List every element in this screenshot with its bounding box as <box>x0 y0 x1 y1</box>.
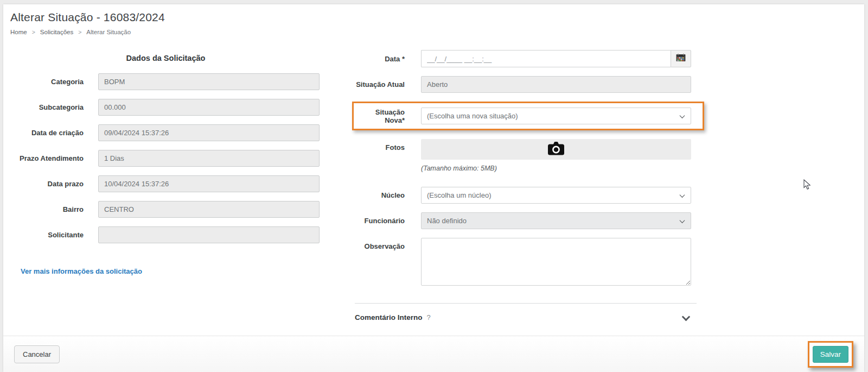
situacao-atual-label: Situação Atual <box>355 80 405 89</box>
fotos-control: (Tamanho máximo: 5MB) <box>421 139 691 172</box>
status-change-panel: Data * <box>355 50 704 322</box>
breadcrumb-solicitacoes[interactable]: Solicitações <box>40 29 73 35</box>
page-title: Alterar Situação - 16083/2024 <box>10 11 864 24</box>
situacao-nova-selected-text: (Escolha uma nova situação) <box>427 112 518 120</box>
save-highlight-box: Salvar <box>808 341 853 368</box>
breadcrumb-home[interactable]: Home <box>10 29 27 35</box>
bairro-label: Bairro <box>12 205 84 213</box>
breadcrumb: Home > Solicitações > Alterar Situação <box>10 29 864 35</box>
data-label: Data * <box>355 55 405 63</box>
photo-size-hint: (Tamanho máximo: 5MB) <box>421 165 691 172</box>
form-footer: Cancelar Salvar <box>3 336 864 372</box>
field-row-prazo-atendimento: Prazo Atendimento 1 Dias <box>12 150 320 167</box>
situacao-nova-select[interactable]: (Escolha uma nova situação) <box>421 108 691 124</box>
field-row-subcategoria: Subcategoria 00.000 <box>12 99 320 116</box>
solicitante-value <box>98 226 320 243</box>
data-criacao-value: 09/04/2024 15:37:26 <box>98 124 320 141</box>
main-card: Alterar Situação - 16083/2024 Home > Sol… <box>3 4 864 372</box>
fotos-label: Fotos <box>355 143 405 152</box>
field-row-funcionario: Funcionário Não definido <box>355 212 704 229</box>
situacao-nova-highlight-box: Situação Nova* (Escolha uma nova situaçã… <box>352 102 704 130</box>
date-input[interactable] <box>421 50 671 67</box>
field-row-situacao-nova: Situação Nova* (Escolha uma nova situaçã… <box>355 108 703 124</box>
bairro-value: CENTRO <box>98 201 320 218</box>
data-prazo-value: 10/04/2024 15:37:26 <box>98 175 320 192</box>
calendar-button[interactable] <box>671 50 691 67</box>
situacao-atual-value: Aberto <box>421 76 691 93</box>
observacao-textarea[interactable] <box>421 238 691 286</box>
categoria-value: BOPM <box>98 73 320 90</box>
panel-heading: Dados da Solicitação <box>12 54 320 62</box>
form-content: Dados da Solicitação Categoria BOPM Subc… <box>3 54 864 322</box>
chevron-down-icon <box>680 113 685 118</box>
field-row-nucleo: Núcleo (Escolha um núcleo) <box>355 187 704 204</box>
camera-icon <box>548 142 564 157</box>
situacao-atual-text: Aberto <box>427 80 448 89</box>
more-info-link[interactable]: Ver mais informações da solicitação <box>21 267 142 275</box>
page-header: Alterar Situação - 16083/2024 Home > Sol… <box>3 4 864 35</box>
internal-comment-toggle[interactable]: Comentário Interno ? <box>355 303 697 322</box>
prazo-atendimento-value: 1 Dias <box>98 150 320 167</box>
subcategoria-label: Subcategoria <box>12 103 84 111</box>
data-criacao-label: Data de criação <box>12 129 84 137</box>
funcionario-select: Não definido <box>421 212 691 229</box>
help-icon: ? <box>427 313 431 321</box>
expand-chevron <box>683 312 689 322</box>
date-combo <box>421 50 691 67</box>
data-prazo-label: Data prazo <box>12 180 84 188</box>
cancel-button[interactable]: Cancelar <box>14 345 60 363</box>
chevron-down-icon <box>680 192 685 198</box>
field-row-solicitante: Solicitante <box>12 226 320 243</box>
prazo-atendimento-label: Prazo Atendimento <box>12 154 84 162</box>
field-row-data-criacao: Data de criação 09/04/2024 15:37:26 <box>12 124 320 141</box>
situacao-nova-label: Situação Nova* <box>355 108 405 124</box>
subcategoria-value: 00.000 <box>98 99 320 116</box>
internal-comment-label: Comentário Interno <box>355 313 423 321</box>
chevron-down-icon <box>682 313 691 321</box>
calendar-icon <box>676 54 686 64</box>
field-row-situacao-atual: Situação Atual Aberto <box>355 76 704 93</box>
chevron-down-icon <box>680 218 685 223</box>
field-row-data: Data * <box>355 50 704 67</box>
funcionario-label: Funcionário <box>355 217 405 225</box>
field-row-bairro: Bairro CENTRO <box>12 201 320 218</box>
field-row-data-prazo: Data prazo 10/04/2024 15:37:26 <box>12 175 320 192</box>
categoria-label: Categoria <box>12 78 84 86</box>
request-data-panel: Dados da Solicitação Categoria BOPM Subc… <box>12 54 320 322</box>
breadcrumb-separator: > <box>78 29 81 35</box>
nucleo-label: Núcleo <box>355 191 405 199</box>
breadcrumb-separator: > <box>32 29 35 35</box>
breadcrumb-current: Alterar Situação <box>86 29 131 35</box>
photo-upload-button[interactable] <box>421 139 691 160</box>
nucleo-select[interactable]: (Escolha um núcleo) <box>421 187 691 204</box>
funcionario-selected-text: Não definido <box>427 217 467 225</box>
nucleo-selected-text: (Escolha um núcleo) <box>427 191 492 199</box>
field-row-observacao: Observação <box>355 238 704 286</box>
field-row-fotos: Fotos (Tamanho máximo: 5MB) <box>355 139 704 172</box>
save-button[interactable]: Salvar <box>813 346 848 363</box>
observacao-label: Observação <box>355 242 405 250</box>
field-row-categoria: Categoria BOPM <box>12 73 320 90</box>
solicitante-label: Solicitante <box>12 231 84 239</box>
